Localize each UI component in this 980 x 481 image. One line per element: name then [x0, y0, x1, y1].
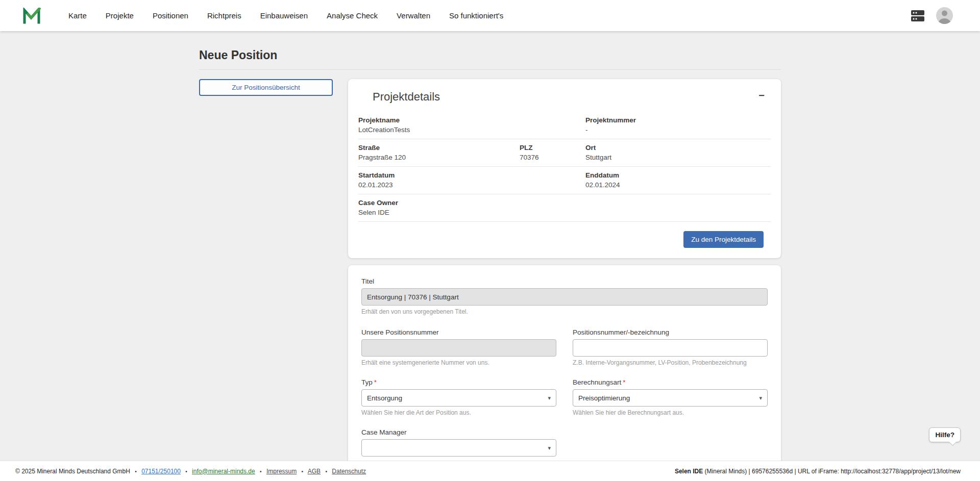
page-title: Neue Position	[199, 48, 781, 70]
berechnungsart-select[interactable]: Preisoptimierung ▾	[573, 389, 768, 407]
positionsnummer-input[interactable]	[573, 339, 768, 357]
unsere-positionsnummer-help: Erhält eine systemgenerierte Nummer von …	[361, 359, 556, 366]
nav-positionen[interactable]: Positionen	[153, 11, 188, 20]
case-owner-value: Selen IDE	[358, 209, 520, 216]
titel-help: Erhält den von uns vorgegebenen Titel.	[361, 308, 768, 315]
footer-left: © 2025 Mineral Minds Deutschland GmbH • …	[15, 468, 366, 475]
impressum-link[interactable]: Impressum	[266, 468, 297, 475]
case-manager-field: Case Manager ▾	[361, 428, 556, 457]
typ-field: Typ* Entsorgung ▾ Wählen Sie hier die Ar…	[361, 378, 556, 416]
separator-dot: •	[135, 469, 137, 474]
startdatum-value: 02.01.2023	[358, 181, 520, 189]
enddatum-value: 02.01.2024	[585, 181, 771, 189]
nav-einbauweisen[interactable]: Einbauweisen	[260, 11, 308, 20]
user-avatar[interactable]	[936, 7, 953, 24]
email-link[interactable]: info@mineral-minds.de	[192, 468, 255, 475]
session-details: (Mineral Minds) | 69576255536d | URL of …	[703, 468, 961, 475]
app-logo[interactable]	[22, 7, 43, 25]
table-row: Projektname LotCreationTests Projektnumm…	[358, 112, 771, 139]
separator-dot: •	[325, 469, 327, 474]
table-row: Case Owner Selen IDE	[358, 194, 771, 222]
back-to-positions-button[interactable]: Zur Positionsübersicht	[199, 79, 333, 96]
phone-link[interactable]: 07151/250100	[141, 468, 181, 475]
main-nav: Karte Projekte Positionen Richtpreis Ein…	[68, 11, 503, 20]
table-row: Startdatum 02.01.2023 Enddatum 02.01.202…	[358, 167, 771, 194]
ort-label: Ort	[585, 144, 771, 151]
typ-label: Typ	[361, 378, 373, 386]
nav-richtpreis[interactable]: Richtpreis	[207, 11, 241, 20]
positionsnummer-label: Positionsnummer/-bezeichnung	[573, 328, 768, 336]
enddatum-label: Enddatum	[585, 171, 771, 179]
strasse-label: Straße	[358, 144, 520, 151]
copyright-text: © 2025 Mineral Minds Deutschland GmbH	[15, 468, 130, 475]
berechnungsart-help: Wählen Sie hier die Berechnungsart aus.	[573, 409, 768, 416]
nav-verwalten[interactable]: Verwalten	[397, 11, 430, 20]
chevron-down-icon: ▾	[548, 395, 551, 401]
berechnungsart-select-value: Preisoptimierung	[578, 394, 630, 402]
top-nav: Karte Projekte Positionen Richtpreis Ein…	[0, 0, 980, 31]
user-avatar-icon	[936, 7, 953, 24]
separator-dot: •	[185, 469, 187, 474]
chevron-down-icon: ▾	[759, 395, 762, 401]
ort-value: Stuttgart	[585, 154, 771, 161]
titel-input	[361, 288, 768, 306]
case-manager-label: Case Manager	[361, 428, 556, 436]
project-details-table: Projektname LotCreationTests Projektnumm…	[358, 112, 771, 222]
right-column: Projektdetails − Projektname LotCreation…	[348, 79, 781, 461]
help-button[interactable]: Hilfe?	[929, 427, 961, 442]
mineral-minds-logo-icon	[22, 8, 41, 24]
server-stack-icon[interactable]	[911, 9, 925, 22]
separator-dot: •	[260, 469, 262, 474]
typ-select[interactable]: Entsorgung ▾	[361, 389, 556, 407]
case-manager-select[interactable]: ▾	[361, 439, 556, 457]
titel-field: Titel Erhält den von uns vorgegebenen Ti…	[361, 277, 768, 315]
position-form-card: Titel Erhält den von uns vorgegebenen Ti…	[348, 265, 781, 461]
table-row: Straße Pragstraße 120 PLZ 70376 Ort Stut…	[358, 139, 771, 167]
project-details-title: Projektdetails	[373, 90, 440, 104]
agb-link[interactable]: AGB	[308, 468, 321, 475]
projektnummer-label: Projektnummer	[585, 116, 771, 124]
project-details-card: Projektdetails − Projektname LotCreation…	[348, 79, 781, 258]
session-user: Selen IDE	[675, 468, 703, 475]
startdatum-label: Startdatum	[358, 171, 520, 179]
chevron-down-icon: ▾	[548, 445, 551, 451]
titel-label: Titel	[361, 277, 768, 285]
unsere-positionsnummer-label: Unsere Positionsnummer	[361, 328, 556, 336]
main-content: Neue Position Zur Positionsübersicht Pro…	[0, 31, 980, 461]
positionsnummer-field: Positionsnummer/-bezeichnung Z.B. Intern…	[573, 328, 768, 366]
collapse-icon[interactable]: −	[758, 90, 765, 100]
footer: © 2025 Mineral Minds Deutschland GmbH • …	[0, 461, 980, 481]
plz-label: PLZ	[520, 144, 585, 151]
strasse-value: Pragstraße 120	[358, 154, 520, 161]
to-project-details-button[interactable]: Zu den Projektdetails	[683, 231, 764, 248]
typ-help: Wählen Sie hier die Art der Position aus…	[361, 409, 556, 416]
separator-dot: •	[302, 469, 304, 474]
berechnungsart-field: Berechnungsart* Preisoptimierung ▾ Wähle…	[573, 378, 768, 416]
required-marker: *	[623, 378, 625, 386]
unsere-positionsnummer-input	[361, 339, 556, 357]
footer-session-info: Selen IDE (Mineral Minds) | 69576255536d…	[675, 468, 961, 475]
nav-so-funktionierts[interactable]: So funktioniert's	[449, 11, 503, 20]
projektname-label: Projektname	[358, 116, 520, 124]
required-marker: *	[374, 378, 377, 386]
projektname-value: LotCreationTests	[358, 126, 520, 134]
typ-select-value: Entsorgung	[367, 394, 402, 402]
plz-value: 70376	[520, 154, 585, 161]
case-owner-label: Case Owner	[358, 199, 520, 207]
berechnungsart-label: Berechnungsart	[573, 378, 621, 386]
nav-karte[interactable]: Karte	[68, 11, 87, 20]
help-button-label: Hilfe?	[935, 431, 954, 439]
nav-projekte[interactable]: Projekte	[106, 11, 134, 20]
left-column: Zur Positionsübersicht	[199, 79, 333, 461]
positionsnummer-help: Z.B. Interne-Vorgangsnummer, LV-Position…	[573, 359, 768, 366]
header-actions	[911, 7, 953, 24]
datenschutz-link[interactable]: Datenschutz	[332, 468, 366, 475]
projektnummer-value: -	[585, 126, 771, 134]
nav-analyse-check[interactable]: Analyse Check	[327, 11, 378, 20]
unsere-positionsnummer-field: Unsere Positionsnummer Erhält eine syste…	[361, 328, 556, 366]
